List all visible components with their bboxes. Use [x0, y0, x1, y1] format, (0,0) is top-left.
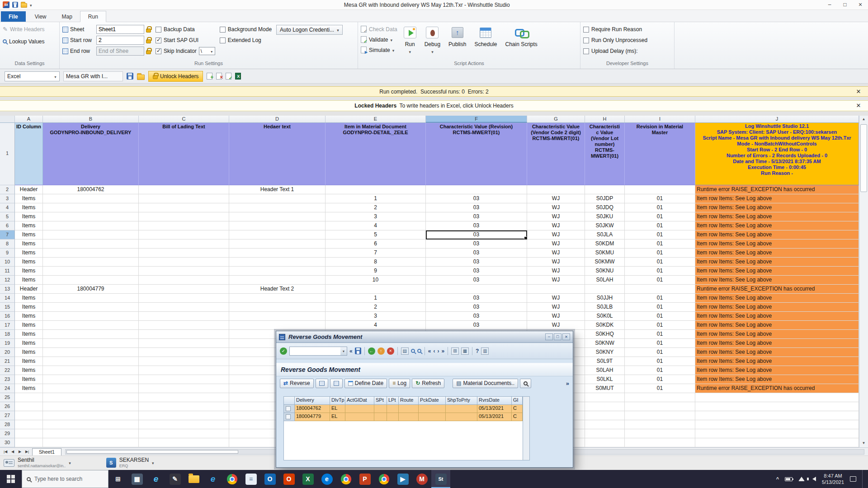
cell-I29[interactable] — [625, 429, 695, 438]
cell-B18[interactable] — [43, 330, 139, 339]
cell-I15[interactable]: 01 — [625, 303, 695, 312]
scroll-down-icon[interactable]: ▼ — [859, 440, 868, 447]
taskbar-search[interactable]: Type here to search — [22, 470, 108, 488]
cell-C17[interactable] — [139, 321, 229, 330]
select-all-corner[interactable] — [0, 116, 15, 122]
detail-view-button[interactable] — [330, 379, 343, 388]
cell-A27[interactable] — [15, 411, 43, 420]
validate-document-icon[interactable] — [226, 73, 231, 80]
print-icon[interactable]: ▤ — [401, 347, 409, 355]
check-data-button[interactable]: Check Data — [361, 24, 397, 34]
cell-C11[interactable] — [139, 267, 229, 276]
cell-D11[interactable] — [229, 267, 326, 276]
log-button[interactable]: Log — [389, 379, 410, 388]
cell-I16[interactable]: 01 — [625, 312, 695, 321]
cell-E15[interactable]: 2 — [326, 303, 426, 312]
cell-B11[interactable] — [43, 267, 139, 276]
cell-J22[interactable]: Item row Items: See Log above — [695, 366, 859, 375]
cell-G5[interactable]: WJ — [527, 212, 585, 221]
cell-G2[interactable] — [527, 185, 585, 194]
cell-F2[interactable] — [426, 185, 527, 194]
cell-A11[interactable]: Items — [15, 267, 43, 276]
sheet-tab-sheet1[interactable]: Sheet1 — [32, 448, 61, 455]
cell-H29[interactable] — [585, 429, 625, 438]
chevron-down-icon[interactable] — [69, 460, 71, 466]
notepad-icon[interactable]: ≡ — [241, 470, 260, 488]
find-icon[interactable] — [411, 349, 415, 353]
calculator-icon[interactable]: ▦ — [127, 470, 146, 488]
scrollbar-thumb[interactable] — [860, 124, 867, 192]
outlook-icon[interactable]: O — [260, 470, 279, 488]
cell-C5[interactable] — [139, 212, 229, 221]
cell-D13[interactable]: Header Text 2 — [229, 285, 326, 294]
file-name-box[interactable]: Mesa GR with I... — [63, 71, 123, 81]
row-header-25[interactable]: 25 — [0, 393, 15, 402]
cell-C30[interactable] — [139, 438, 229, 447]
cell-B12[interactable] — [43, 276, 139, 285]
media-app-icon[interactable]: ▶ — [393, 470, 412, 488]
cell-F9[interactable]: 03 — [426, 249, 527, 258]
cell-A21[interactable]: Items — [15, 357, 43, 366]
row-header-2[interactable]: 2 — [0, 185, 15, 194]
network-icon[interactable] — [798, 477, 805, 481]
snip-sketch-icon[interactable]: ✎ — [165, 470, 184, 488]
cell-A15[interactable]: Items — [15, 303, 43, 312]
cell-G12[interactable]: WJ — [527, 276, 585, 285]
dialog-minimize-button[interactable] — [545, 333, 553, 340]
cell-J12[interactable]: Item row Items: See Log above — [695, 276, 859, 285]
action-center-icon[interactable] — [850, 476, 856, 482]
battery-icon[interactable] — [785, 477, 793, 481]
publish-button[interactable]: Publish — [447, 24, 468, 59]
background-mode-checkbox[interactable] — [220, 27, 226, 33]
unlock-headers-button[interactable]: Unlock Headers — [148, 71, 203, 82]
cell-F3[interactable]: 03 — [426, 194, 527, 203]
command-input[interactable] — [290, 348, 340, 354]
row-header-20[interactable]: 20 — [0, 348, 15, 357]
add-row-icon[interactable] — [207, 73, 212, 80]
cell-C3[interactable] — [139, 194, 229, 203]
cell-D16[interactable] — [229, 312, 326, 321]
cell-C8[interactable] — [139, 239, 229, 249]
cell-J3[interactable]: Item row Items: See Log above — [695, 194, 859, 203]
row-header-19[interactable]: 19 — [0, 339, 15, 348]
column-header-F[interactable]: F — [426, 116, 527, 122]
cell-E7[interactable]: 5 — [326, 230, 426, 239]
cell-J15[interactable]: Item row Items: See Log above — [695, 303, 859, 312]
cell-H16[interactable]: S0K0L — [585, 312, 625, 321]
row-selector[interactable] — [284, 405, 295, 413]
row-header-15[interactable]: 15 — [0, 303, 15, 312]
row-header-17[interactable]: 17 — [0, 321, 15, 330]
qat-save-icon[interactable] — [12, 2, 18, 8]
cell-B28[interactable] — [43, 420, 139, 429]
cell-A10[interactable]: Items — [15, 258, 43, 267]
cell-I24[interactable]: 01 — [625, 384, 695, 393]
write-headers-button[interactable]: Write Headers — [3, 24, 57, 34]
cell-E9[interactable]: 7 — [326, 249, 426, 258]
cell-J5[interactable]: Item row Items: See Log above — [695, 212, 859, 221]
cell-E13[interactable] — [326, 285, 426, 294]
file-explorer-icon[interactable] — [184, 470, 203, 488]
cell-B7[interactable] — [43, 230, 139, 239]
cell-H10[interactable]: S0KMW — [585, 258, 625, 267]
cell-B17[interactable] — [43, 321, 139, 330]
row-header-9[interactable]: 9 — [0, 249, 15, 258]
more-buttons-chevron[interactable]: » — [566, 380, 569, 387]
ribbon-tab-view[interactable]: View — [27, 11, 54, 22]
cell-E12[interactable]: 10 — [326, 276, 426, 285]
cell-J6[interactable]: Item row Items: See Log above — [695, 221, 859, 230]
delete-row-icon[interactable] — [216, 73, 222, 80]
row-header-22[interactable]: 22 — [0, 366, 15, 375]
cell-I20[interactable]: 01 — [625, 348, 695, 357]
cell-B15[interactable] — [43, 303, 139, 312]
cell-F6[interactable]: 03 — [426, 221, 527, 230]
cell-B8[interactable] — [43, 239, 139, 249]
volume-icon[interactable] — [812, 477, 816, 481]
cell-D3[interactable] — [229, 194, 326, 203]
cell-C27[interactable] — [139, 411, 229, 420]
cell-C22[interactable] — [139, 366, 229, 375]
cell-A28[interactable] — [15, 420, 43, 429]
validate-button[interactable]: Validate — [361, 34, 397, 45]
column-header-G[interactable]: G — [527, 116, 585, 122]
cell-I4[interactable]: 01 — [625, 203, 695, 212]
close-run-status-icon[interactable] — [854, 88, 863, 95]
